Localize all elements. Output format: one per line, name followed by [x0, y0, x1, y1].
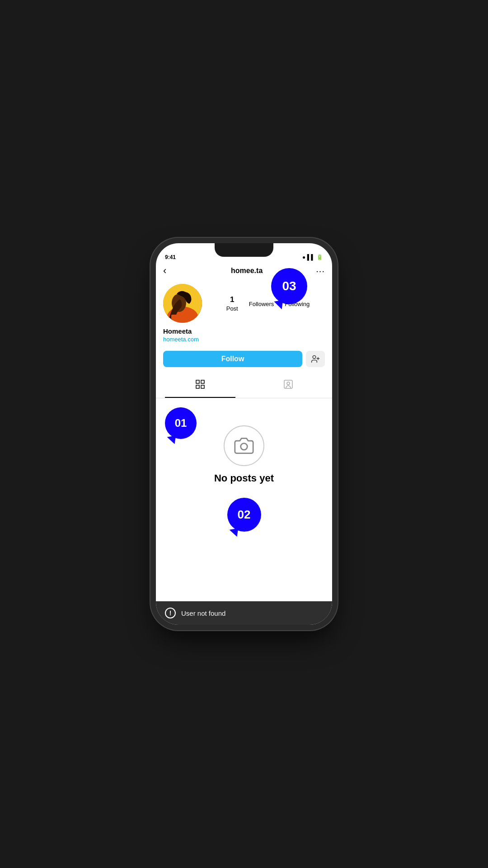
camera-icon [234, 436, 254, 456]
phone-frame: 9:41 ● ▌▌ 🔋 ‹ homee.ta ··· 03 [156, 243, 332, 625]
more-options-button[interactable]: ··· [316, 266, 325, 276]
grid-icon [195, 379, 206, 392]
svg-point-15 [241, 443, 248, 450]
posts-label: Post [226, 305, 238, 312]
svg-rect-13 [284, 380, 292, 388]
camera-placeholder [224, 425, 264, 466]
avatar [163, 284, 202, 323]
posts-count: 1 [230, 295, 234, 304]
toast-message: User not found [181, 609, 225, 617]
notch [215, 243, 273, 257]
profile-username-header: homee.ta [231, 267, 263, 275]
svg-rect-5 [171, 315, 185, 323]
bubble-01: 01 [165, 407, 197, 439]
bubble-03: 03 [269, 267, 310, 305]
status-icons: ● ▌▌ 🔋 [302, 254, 323, 260]
svg-rect-9 [196, 380, 199, 383]
bubble-02: 02 [227, 498, 261, 532]
time: 9:41 [165, 254, 176, 260]
toast: ! User not found [156, 601, 332, 625]
tabs [156, 373, 332, 398]
profile-website[interactable]: homeeta.com [163, 336, 325, 343]
add-person-icon [311, 354, 320, 363]
svg-point-14 [287, 382, 290, 385]
svg-rect-10 [201, 380, 204, 383]
header: ‹ homee.ta ··· 03 [156, 263, 332, 280]
svg-rect-12 [201, 385, 204, 388]
tagged-icon [283, 379, 294, 392]
posts-stat[interactable]: 1 Post [226, 295, 238, 312]
follow-button[interactable]: Follow [163, 351, 302, 367]
no-posts-label: No posts yet [214, 472, 274, 484]
avatar-container [163, 284, 202, 323]
buttons-row: Follow [156, 346, 332, 372]
tab-grid[interactable] [156, 373, 244, 398]
main-content: 01 No posts yet 02 [156, 398, 332, 543]
tab-tagged[interactable] [244, 373, 332, 398]
back-button[interactable]: ‹ [163, 265, 178, 277]
svg-rect-11 [196, 385, 199, 388]
svg-point-6 [313, 356, 316, 359]
profile-display-name: Homeeta [163, 327, 325, 335]
add-friend-button[interactable] [306, 351, 325, 367]
toast-icon: ! [165, 608, 176, 618]
